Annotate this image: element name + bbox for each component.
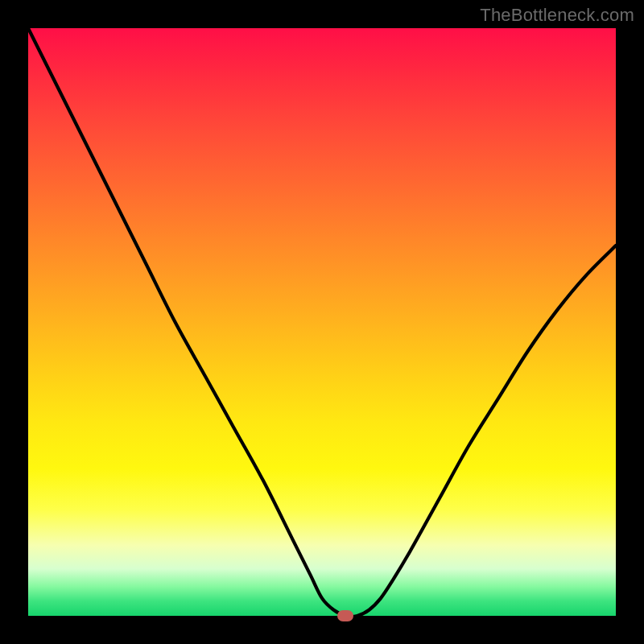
chart-frame: TheBottleneck.com (0, 0, 644, 644)
plot-area (28, 28, 616, 616)
optimum-marker (337, 610, 353, 621)
watermark-text: TheBottleneck.com (480, 5, 634, 26)
bottleneck-curve (28, 28, 616, 616)
